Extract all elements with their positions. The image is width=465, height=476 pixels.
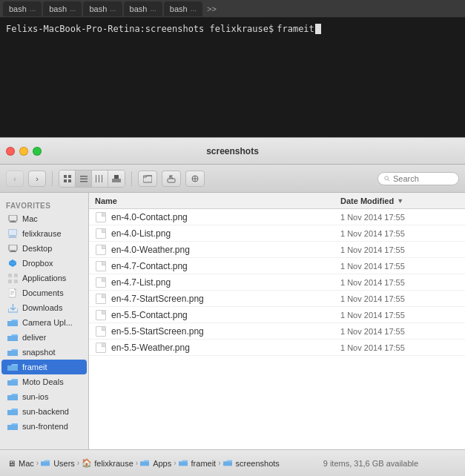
window-controls [6,147,42,156]
path-folder-icon [41,459,50,467]
file-date: 1 Nov 2014 17:55 [340,294,459,303]
sun-backend-icon [7,406,18,417]
terminal-tab-1[interactable]: bash ... [3,1,42,16]
sidebar-item-desktop[interactable]: Desktop [1,241,87,256]
sidebar-item-sun-frontend[interactable]: sun-frontend [1,419,87,434]
new-folder-button[interactable] [138,171,157,187]
file-date: 1 Nov 2014 17:55 [340,311,459,320]
sidebar-item-snapshot[interactable]: snapshot [1,345,87,360]
col-date-header: Date Modified ▼ [340,196,459,205]
search-icon [384,175,390,182]
toolbar-separator-2 [131,171,132,186]
path-label: felixkrause [94,459,133,468]
svg-rect-26 [11,251,15,251]
file-row[interactable]: en-5.5-Weather.png 1 Nov 2014 17:55 [89,340,465,356]
sidebar-item-sun-backend[interactable]: sun-backend [1,404,87,419]
icon-view-button[interactable] [59,171,76,187]
path-label: Mac [19,459,34,468]
sidebar-item-sun-ios[interactable]: sun-ios [1,389,87,404]
terminal-tab-3[interactable]: bash ... [83,1,122,16]
applications-icon [7,273,18,283]
svg-rect-14 [168,179,175,182]
moto-deals-icon [7,377,18,387]
sidebar-item-applications[interactable]: Applications [1,271,87,285]
close-button[interactable] [6,147,15,156]
sidebar-item-frameit[interactable]: frameit [1,360,87,374]
path-item-apps[interactable]: Apps [140,458,171,469]
svg-rect-24 [9,230,16,235]
terminal-tab-2[interactable]: bash ... [43,1,82,16]
svg-rect-33 [8,280,12,283]
sidebar-section-favorites: Favorites [0,199,88,211]
svg-rect-12 [143,176,152,182]
svg-rect-7 [96,175,96,182]
action-button[interactable] [185,171,205,187]
path-item-frameit[interactable]: frameit [179,458,217,469]
file-name: en-5.5-Contact.png [111,310,340,320]
column-view-button[interactable] [92,171,108,187]
sidebar-item-downloads[interactable]: Downloads [1,300,87,315]
file-list: en-4.0-Contact.png 1 Nov 2014 17:55 en-4… [89,209,465,449]
share-button[interactable] [162,171,181,187]
maximize-button[interactable] [33,147,42,156]
finder-window: screenshots ‹ › [0,137,465,476]
search-input[interactable] [393,174,452,183]
file-icon [95,309,107,321]
terminal-tab-4[interactable]: bash ... [124,1,162,16]
svg-line-19 [388,179,389,181]
terminal-tab-5[interactable]: bash ... [164,1,202,16]
col-name-header: Name [95,196,340,205]
svg-line-13 [170,176,173,179]
file-name: en-4.7-Contact.png [111,261,340,271]
file-date: 1 Nov 2014 17:55 [340,213,459,222]
path-mac-icon: 🖥 [7,459,16,468]
file-row[interactable]: en-5.5-StartScreen.png 1 Nov 2014 17:55 [89,323,465,340]
sidebar-item-moto-deals[interactable]: Moto Deals [1,374,87,389]
path-separator: › [136,459,138,467]
file-row[interactable]: en-4.7-List.png 1 Nov 2014 17:55 [89,274,465,291]
path-separator: › [77,459,79,467]
finder-statusbar: 🖥 Mac › Users › 🏠 felixkrause › Apps › f… [0,449,465,476]
file-row[interactable]: en-4.7-Contact.png 1 Nov 2014 17:55 [89,258,465,274]
path-separator: › [218,459,220,467]
terminal-tab-more[interactable]: >> [207,4,217,13]
file-name: en-4.0-List.png [111,228,340,239]
file-row[interactable]: en-4.0-List.png 1 Nov 2014 17:55 [89,225,465,242]
back-button[interactable]: ‹ [6,171,24,187]
downloads-icon [7,303,18,313]
svg-rect-0 [64,175,67,178]
file-name: en-4.0-Weather.png [111,245,340,255]
path-item-mac[interactable]: 🖥 Mac [6,458,34,469]
sidebar-item-felixkrause[interactable]: felixkrause [1,226,87,241]
documents-icon [7,288,18,298]
sidebar-item-documents[interactable]: Documents [1,285,87,300]
terminal-cursor [315,24,321,34]
sidebar-item-camera-upl[interactable]: Camera Upl... [1,315,87,330]
felixkrause-icon [7,228,18,239]
svg-rect-25 [9,245,17,251]
file-row[interactable]: en-4.0-Contact.png 1 Nov 2014 17:55 [89,209,465,225]
path-item-screenshots[interactable]: screenshots [223,458,280,469]
path-label: Users [53,459,75,468]
minimize-button[interactable] [19,147,28,156]
file-row[interactable]: en-5.5-Contact.png 1 Nov 2014 17:55 [89,307,465,323]
file-row[interactable]: en-4.7-StartScreen.png 1 Nov 2014 17:55 [89,291,465,307]
file-row[interactable]: en-4.0-Weather.png 1 Nov 2014 17:55 [89,242,465,258]
file-icon [95,277,107,288]
file-date: 1 Nov 2014 17:55 [340,245,459,254]
sidebar-item-mac[interactable]: Mac [1,211,87,226]
sidebar-item-dropbox[interactable]: Dropbox [1,256,87,271]
list-view-button[interactable] [76,171,92,187]
path-folder-icon [179,459,188,467]
terminal-content: Felixs-MacBook-Pro-Retina:screenshots fe… [0,18,465,40]
svg-rect-20 [9,215,17,221]
forward-button[interactable]: › [28,171,46,187]
svg-rect-4 [80,176,88,177]
cover-flow-button[interactable] [108,171,125,187]
sidebar-item-deliver[interactable]: deliver [1,330,87,345]
terminal-window: bash ... bash ... bash ... bash ... bash… [0,0,465,137]
path-item-users[interactable]: Users [41,458,75,469]
path-item-felixkrause[interactable]: 🏠 felixkrause [82,458,133,469]
path-folder-icon [140,459,149,467]
file-icon [95,244,107,256]
